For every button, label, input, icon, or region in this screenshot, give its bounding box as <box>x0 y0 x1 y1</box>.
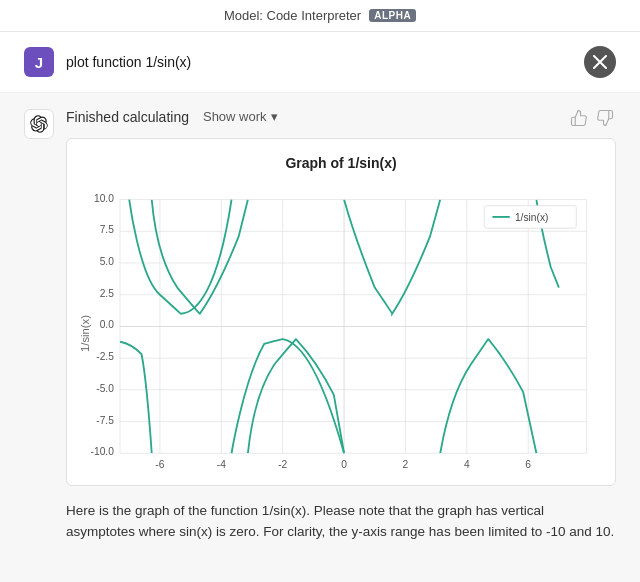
graph-title: Graph of 1/sin(x) <box>75 155 607 171</box>
svg-text:5.0: 5.0 <box>100 256 115 267</box>
graph-svg: 1/sin(x) 10.0 7.5 5.0 2.5 0.0 -2.5 -5.0 … <box>75 175 607 472</box>
svg-text:1/sin(x): 1/sin(x) <box>515 212 549 223</box>
model-label: Model: Code Interpreter <box>224 8 361 23</box>
close-button[interactable] <box>584 46 616 78</box>
top-bar: Model: Code Interpreter ALPHA <box>0 0 640 32</box>
assistant-response-wrapper: Finished calculating Show work ▾ <box>66 107 616 126</box>
description-text: Here is the graph of the function 1/sin(… <box>66 500 616 559</box>
svg-text:0: 0 <box>341 459 347 470</box>
assistant-avatar <box>24 109 54 139</box>
user-message-text: plot function 1/sin(x) <box>66 54 572 70</box>
svg-text:10.0: 10.0 <box>94 193 114 204</box>
svg-text:-7.5: -7.5 <box>96 415 114 426</box>
svg-text:x: x <box>341 470 347 472</box>
svg-text:-10.0: -10.0 <box>91 446 115 457</box>
svg-text:-5.0: -5.0 <box>96 383 114 394</box>
svg-text:4: 4 <box>464 459 470 470</box>
graph-area: 1/sin(x) 10.0 7.5 5.0 2.5 0.0 -2.5 -5.0 … <box>75 175 607 475</box>
graph-container: Graph of 1/sin(x) 1/sin(x) 10.0 7.5 5.0 … <box>66 138 616 486</box>
svg-text:2: 2 <box>403 459 409 470</box>
user-avatar: J <box>24 47 54 77</box>
assistant-content: Finished calculating Show work ▾ Graph o… <box>66 107 616 559</box>
svg-text:-4: -4 <box>217 459 226 470</box>
status-text: Finished calculating <box>66 109 189 125</box>
show-work-button[interactable]: Show work ▾ <box>197 107 284 126</box>
alpha-badge: ALPHA <box>369 9 416 22</box>
assistant-row: Finished calculating Show work ▾ Graph o… <box>0 93 640 559</box>
svg-text:0.0: 0.0 <box>100 319 115 330</box>
svg-text:-6: -6 <box>155 459 164 470</box>
chevron-down-icon: ▾ <box>271 109 278 124</box>
svg-text:7.5: 7.5 <box>100 224 115 235</box>
svg-text:2.5: 2.5 <box>100 288 115 299</box>
user-message-row: J plot function 1/sin(x) <box>0 32 640 93</box>
thumbs-up-button[interactable] <box>568 107 590 133</box>
status-row: Finished calculating Show work ▾ <box>66 107 616 126</box>
svg-text:-2.5: -2.5 <box>96 351 114 362</box>
feedback-buttons <box>568 107 616 133</box>
svg-text:6: 6 <box>525 459 531 470</box>
svg-text:-2: -2 <box>278 459 287 470</box>
thumbs-down-button[interactable] <box>594 107 616 133</box>
svg-text:1/sin(x): 1/sin(x) <box>79 315 91 352</box>
